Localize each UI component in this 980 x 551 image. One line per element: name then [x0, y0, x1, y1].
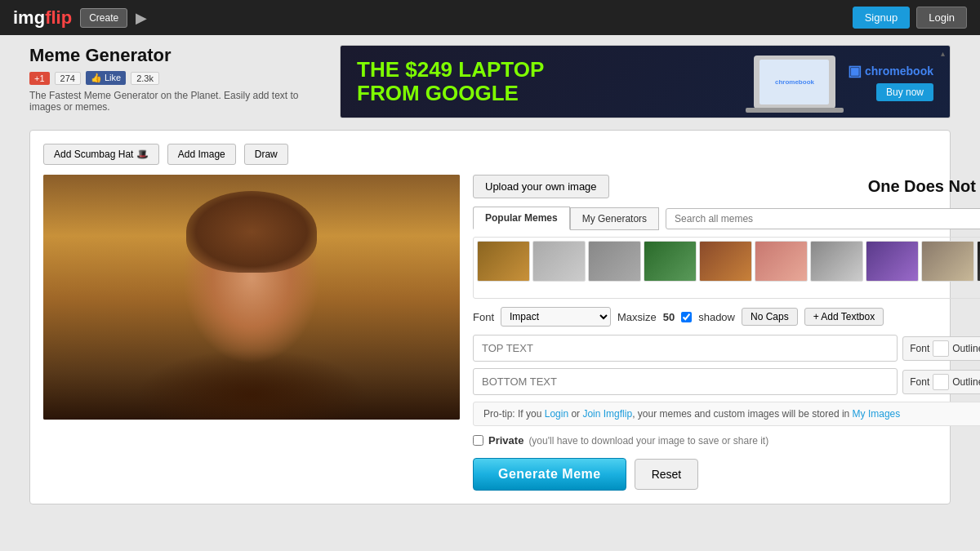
- meme-thumb-2[interactable]: [532, 241, 586, 282]
- meme-thumb-5[interactable]: [699, 241, 752, 282]
- tagline: The Fastest Meme Generator on the Planet…: [29, 90, 323, 113]
- protip-my-images-link[interactable]: My Images: [853, 408, 901, 420]
- chrome-icon: ▣: [848, 62, 862, 80]
- pro-tip: Pro-tip: If you Login or Join Imgflip, y…: [473, 402, 980, 426]
- page-title: Meme Generator: [29, 45, 323, 66]
- upload-title-row: Upload your own image One Does Not Simpl…: [473, 175, 980, 198]
- font-select[interactable]: Impact Arial Comic Sans MS: [501, 307, 611, 327]
- fb-thumbs-icon: 👍: [91, 73, 102, 82]
- bottom-font-label: Font: [910, 376, 929, 388]
- top-section: Meme Generator +1 274 👍 Like 2.3k The Fa…: [29, 45, 951, 118]
- meme-thumb-4[interactable]: [644, 241, 697, 282]
- top-text-row: Font Outline 5 ▲ ▼: [473, 335, 980, 362]
- header: imgflip Create ▶ Signup Login: [0, 0, 980, 35]
- ad-brand: ▣ chromebook Buy now: [848, 62, 933, 101]
- top-font-label: Font: [910, 343, 929, 354]
- meme-thumb-9[interactable]: [921, 241, 974, 282]
- top-font-color-swatch[interactable]: [933, 340, 949, 357]
- bottom-font-color-swatch[interactable]: [933, 374, 949, 390]
- draw-button[interactable]: Draw: [244, 144, 288, 165]
- reset-button[interactable]: Reset: [635, 459, 699, 490]
- ad-screen-text: chromebook: [775, 78, 814, 86]
- upload-image-button[interactable]: Upload your own image: [473, 175, 609, 198]
- logo[interactable]: imgflip: [13, 7, 72, 29]
- page-content: Meme Generator +1 274 👍 Like 2.3k The Fa…: [16, 35, 964, 514]
- bottom-outline-label: Outline: [952, 376, 980, 388]
- buy-now-button[interactable]: Buy now: [876, 83, 933, 101]
- gplus-count: 274: [55, 72, 81, 85]
- tabs-row: Popular Memes My Generators: [473, 207, 980, 230]
- shadow-label[interactable]: shadow: [698, 311, 735, 323]
- tab-popular-memes[interactable]: Popular Memes: [473, 207, 570, 230]
- private-note: (you'll have to download your image to s…: [528, 435, 768, 447]
- fb-like-button[interactable]: 👍 Like: [86, 71, 126, 85]
- generate-meme-button[interactable]: Generate Meme: [473, 458, 626, 491]
- meme-thumb-3[interactable]: [588, 241, 641, 282]
- add-scumbag-hat-button[interactable]: Add Scumbag Hat 🎩: [43, 144, 159, 165]
- add-image-button[interactable]: Add Image: [167, 144, 236, 165]
- ad-banner: THE $249 LAPTOP FROM GOOGLE chromebook ▣…: [340, 45, 951, 118]
- shadow-checkbox[interactable]: [681, 312, 692, 322]
- protip-text: Pro-tip: If you: [483, 408, 545, 420]
- gplus-button[interactable]: +1: [29, 72, 50, 85]
- ad-right: chromebook ▣ chromebook Buy now: [754, 56, 933, 109]
- font-controls: Font Impact Arial Comic Sans MS Maxsize …: [473, 307, 980, 327]
- protip-join-link[interactable]: Join Imgflip: [582, 408, 632, 420]
- ad-laptop-image: chromebook: [754, 56, 835, 109]
- protip-or: or: [568, 408, 582, 420]
- social-row: +1 274 👍 Like 2.3k: [29, 71, 323, 85]
- meme-thumb-6[interactable]: [755, 241, 808, 282]
- header-right: Signup Login: [853, 7, 967, 29]
- search-memes-input[interactable]: [666, 208, 980, 229]
- maxsize-label: Maxsize: [617, 311, 657, 323]
- meme-thumb-10[interactable]: [977, 241, 980, 282]
- top-controls: Add Scumbag Hat 🎩 Add Image Draw: [43, 144, 937, 165]
- thumbnails-container: [473, 237, 980, 299]
- login-button[interactable]: Login: [916, 7, 967, 29]
- ad-headline: THE $249 LAPTOP FROM GOOGLE: [357, 58, 544, 104]
- font-label: Font: [473, 311, 494, 323]
- main-cols: Upload your own image One Does Not Simpl…: [43, 175, 937, 491]
- ad-area: THE $249 LAPTOP FROM GOOGLE chromebook ▣…: [340, 45, 951, 118]
- meme-thumb-8[interactable]: [866, 241, 919, 282]
- create-button[interactable]: Create: [80, 8, 127, 28]
- generate-row: Generate Meme Reset: [473, 458, 980, 491]
- bottom-text-input[interactable]: [473, 368, 898, 395]
- meme-thumbnails: [477, 241, 980, 285]
- private-row: Private (you'll have to download your im…: [473, 434, 980, 447]
- protip-login-link[interactable]: Login: [545, 408, 568, 420]
- maxsize-value: 50: [663, 311, 675, 323]
- add-textbox-button[interactable]: + Add Textbox: [804, 308, 884, 326]
- generator-area: Add Scumbag Hat 🎩 Add Image Draw Upload …: [29, 130, 951, 504]
- play-icon[interactable]: ▶: [136, 9, 147, 27]
- top-outline-label: Outline: [952, 343, 980, 354]
- top-text-controls: Font Outline 5 ▲ ▼: [902, 336, 980, 361]
- right-panel: Upload your own image One Does Not Simpl…: [473, 175, 980, 491]
- fb-count: 2.3k: [131, 72, 159, 85]
- private-label: Private: [488, 434, 523, 447]
- top-text-input[interactable]: [473, 335, 898, 362]
- signup-button[interactable]: Signup: [853, 7, 910, 29]
- ad-close-icon[interactable]: ▴: [941, 49, 945, 58]
- tab-my-generators[interactable]: My Generators: [570, 207, 659, 230]
- ad-screen: chromebook: [760, 60, 829, 104]
- meme-title: One Does Not Simply: [868, 177, 980, 196]
- chromebook-text: chromebook: [865, 64, 933, 78]
- boromir-image: [43, 175, 460, 420]
- private-checkbox[interactable]: [473, 435, 483, 446]
- bottom-text-controls: Font Outline 5 ▲ ▼: [902, 370, 980, 394]
- header-left: imgflip Create ▶: [13, 7, 147, 29]
- meme-image: [43, 175, 460, 420]
- meme-thumb-1[interactable]: [477, 241, 530, 282]
- meme-thumb-7[interactable]: [810, 241, 863, 282]
- meme-image-area: [43, 175, 460, 491]
- protip-rest: , your memes and custom images will be s…: [632, 408, 852, 420]
- title-area: Meme Generator +1 274 👍 Like 2.3k The Fa…: [29, 45, 323, 113]
- no-caps-button[interactable]: No Caps: [742, 308, 798, 326]
- chrome-logo: ▣ chromebook: [848, 62, 933, 80]
- bottom-text-row: Font Outline 5 ▲ ▼: [473, 368, 980, 395]
